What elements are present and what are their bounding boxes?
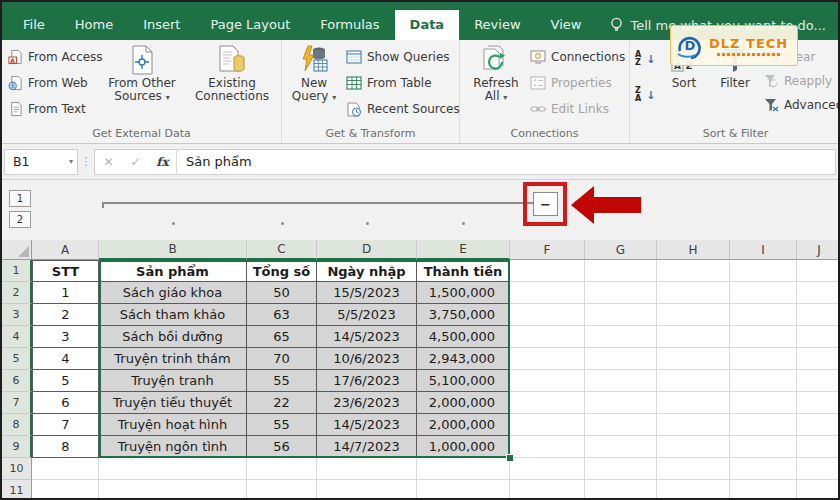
cell-B7[interactable]: Truyện tiểu thuyết: [99, 392, 247, 414]
cell-I7[interactable]: [730, 392, 797, 414]
outline-level-2-button[interactable]: 2: [9, 211, 31, 228]
tab-insert[interactable]: Insert: [128, 10, 195, 40]
cell-I10[interactable]: [730, 458, 797, 480]
new-query-button[interactable]: New Query ▾: [288, 43, 340, 104]
cell-C3[interactable]: 63: [247, 304, 317, 326]
cell-A9[interactable]: 8: [32, 436, 99, 458]
col-header-C[interactable]: C: [247, 240, 317, 260]
cell-D11[interactable]: [317, 480, 417, 500]
tab-data[interactable]: Data: [395, 10, 460, 40]
cell-I8[interactable]: [730, 414, 797, 436]
cell-H6[interactable]: [657, 370, 730, 392]
tab-file[interactable]: File: [8, 10, 60, 40]
cancel-icon[interactable]: ✕: [95, 155, 122, 169]
cell-H4[interactable]: [657, 326, 730, 348]
cell-C6[interactable]: 55: [247, 370, 317, 392]
cell-B1[interactable]: Sản phẩm: [99, 260, 247, 282]
sort-descending-button[interactable]: ZA ↓: [635, 84, 655, 106]
row-header-8[interactable]: 8: [2, 414, 32, 436]
tab-formulas[interactable]: Formulas: [305, 10, 394, 40]
cell-B6[interactable]: Truyện tranh: [99, 370, 247, 392]
formula-input[interactable]: Sản phẩm: [176, 149, 836, 175]
sort-ascending-button[interactable]: AZ ↓: [635, 48, 655, 70]
recent-sources-button[interactable]: Recent Sources: [346, 98, 460, 120]
cell-C10[interactable]: [247, 458, 317, 480]
cell-J6[interactable]: [797, 370, 840, 392]
cell-E3[interactable]: 3,750,000: [417, 304, 510, 326]
row-header-5[interactable]: 5: [2, 348, 32, 370]
cell-E7[interactable]: 2,000,000: [417, 392, 510, 414]
cell-A11[interactable]: [32, 480, 99, 500]
col-header-A[interactable]: A: [32, 240, 99, 260]
cell-H8[interactable]: [657, 414, 730, 436]
cell-D1[interactable]: Ngày nhập: [317, 260, 417, 282]
cell-H7[interactable]: [657, 392, 730, 414]
row-header-4[interactable]: 4: [2, 326, 32, 348]
cell-G4[interactable]: [585, 326, 657, 348]
cell-A10[interactable]: [32, 458, 99, 480]
advanced-button[interactable]: Advanced: [764, 94, 840, 116]
row-header-7[interactable]: 7: [2, 392, 32, 414]
cell-F3[interactable]: [510, 304, 585, 326]
cell-F6[interactable]: [510, 370, 585, 392]
cell-F5[interactable]: [510, 348, 585, 370]
cell-B10[interactable]: [99, 458, 247, 480]
cell-C4[interactable]: 65: [247, 326, 317, 348]
cell-E2[interactable]: 1,500,000: [417, 282, 510, 304]
cell-H10[interactable]: [657, 458, 730, 480]
cell-H9[interactable]: [657, 436, 730, 458]
cell-B2[interactable]: Sách giáo khoa: [99, 282, 247, 304]
row-header-10[interactable]: 10: [2, 458, 32, 480]
col-header-B[interactable]: B: [99, 240, 247, 260]
from-table-button[interactable]: From Table: [346, 72, 432, 94]
cell-C5[interactable]: 70: [247, 348, 317, 370]
cell-G10[interactable]: [585, 458, 657, 480]
cell-G5[interactable]: [585, 348, 657, 370]
col-header-I[interactable]: I: [730, 240, 797, 260]
cell-F7[interactable]: [510, 392, 585, 414]
cell-H3[interactable]: [657, 304, 730, 326]
cell-E5[interactable]: 2,943,000: [417, 348, 510, 370]
cell-H11[interactable]: [657, 480, 730, 500]
cell-F4[interactable]: [510, 326, 585, 348]
row-header-3[interactable]: 3: [2, 304, 32, 326]
cell-D10[interactable]: [317, 458, 417, 480]
cell-G8[interactable]: [585, 414, 657, 436]
cell-H1[interactable]: [657, 260, 730, 282]
cell-F10[interactable]: [510, 458, 585, 480]
cell-A8[interactable]: 7: [32, 414, 99, 436]
cell-I1[interactable]: [730, 260, 797, 282]
cell-J7[interactable]: [797, 392, 840, 414]
cell-G6[interactable]: [585, 370, 657, 392]
cell-C9[interactable]: 56: [247, 436, 317, 458]
cell-B4[interactable]: Sách bồi dưỡng: [99, 326, 247, 348]
cell-A7[interactable]: 6: [32, 392, 99, 414]
cell-C11[interactable]: [247, 480, 317, 500]
cell-J3[interactable]: [797, 304, 840, 326]
cell-F2[interactable]: [510, 282, 585, 304]
from-other-sources-button[interactable]: From Other Sources ▾: [102, 43, 182, 104]
cell-J8[interactable]: [797, 414, 840, 436]
cell-A2[interactable]: 1: [32, 282, 99, 304]
tab-view[interactable]: View: [536, 10, 597, 40]
cell-F1[interactable]: [510, 260, 585, 282]
cell-B8[interactable]: Truyện hoạt hình: [99, 414, 247, 436]
cell-E8[interactable]: 2,000,000: [417, 414, 510, 436]
from-web-button[interactable]: From Web: [8, 72, 88, 94]
cell-H5[interactable]: [657, 348, 730, 370]
refresh-all-button[interactable]: Refresh All ▾: [468, 43, 524, 104]
connections-button[interactable]: Connections: [530, 46, 625, 68]
cell-J11[interactable]: [797, 480, 840, 500]
cell-D2[interactable]: 15/5/2023: [317, 282, 417, 304]
cell-D5[interactable]: 10/6/2023: [317, 348, 417, 370]
cell-G3[interactable]: [585, 304, 657, 326]
cell-I2[interactable]: [730, 282, 797, 304]
cell-J9[interactable]: [797, 436, 840, 458]
formula-bar-more-icon[interactable]: ⋮: [78, 155, 94, 168]
from-text-button[interactable]: From Text: [8, 98, 86, 120]
row-header-11[interactable]: 11: [2, 480, 32, 500]
cell-E4[interactable]: 4,500,000: [417, 326, 510, 348]
cell-G11[interactable]: [585, 480, 657, 500]
cell-I6[interactable]: [730, 370, 797, 392]
outline-level-1-button[interactable]: 1: [9, 190, 31, 207]
